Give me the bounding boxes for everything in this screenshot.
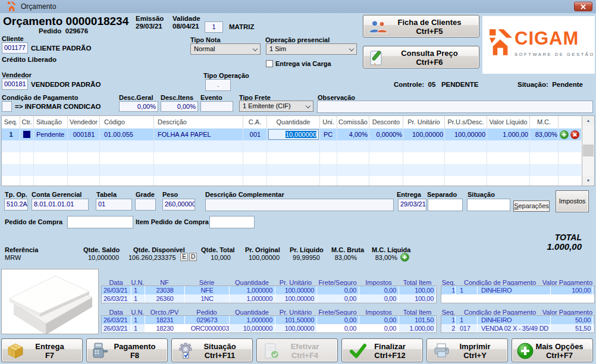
col-uni: Uni. <box>320 116 337 128</box>
vendedor-field[interactable]: 000181 <box>2 79 28 90</box>
chevron-down-icon <box>349 46 354 51</box>
delete-item-icon[interactable] <box>570 130 579 139</box>
finalizar-button[interactable]: FinalizarCtrl+F12 <box>341 338 423 362</box>
quantidade-selection: 10,000000 <box>286 131 316 138</box>
tp-op-label: Tp. Op. <box>5 191 27 198</box>
mc-bruta-value: 83,00% <box>330 254 357 261</box>
cigam-logo-slogan: SOFTWARE DE GESTÃO <box>515 52 595 57</box>
observacao-field[interactable] <box>317 101 593 113</box>
tipo-operacao-field[interactable]: . <box>205 79 231 91</box>
desc-itens-field[interactable]: 0,00% <box>161 101 198 112</box>
printer-icon <box>433 343 451 359</box>
scroll-thumb[interactable] <box>583 145 594 156</box>
cliente-field[interactable]: 001177 <box>2 42 28 54</box>
pgnf-row-1[interactable]: 1 1 DINHEIRO 100,00 <box>441 286 594 294</box>
quantidade-editor[interactable]: 10,000000 <box>268 129 319 140</box>
tipo-frete-select[interactable]: 1 Emitente (CIF) <box>239 101 313 112</box>
entrega-label: Entrega <box>397 191 421 198</box>
paper-ream-image <box>2 269 98 334</box>
nf-row-2[interactable]: 26/03/21 1 26360 1NC 1,000000 100,00000 … <box>102 294 436 303</box>
d-button[interactable]: D <box>189 253 197 261</box>
add-item-icon[interactable] <box>560 130 569 139</box>
efetivar-btn-label: Efetivar <box>272 342 337 351</box>
tp-op-field[interactable]: 510.2A <box>4 199 28 211</box>
pgnf-table: 1 1 DINHEIRO 100,00 <box>441 285 595 303</box>
scroll-down-icon[interactable]: ▼ <box>582 176 594 186</box>
scroll-up-icon[interactable]: ▲ <box>582 116 594 125</box>
imprimir-button[interactable]: ImprimirCtrl+Y <box>426 338 508 362</box>
cash-register-icon <box>92 342 109 360</box>
efetivar-button: EfetivarCtrl+F4 <box>256 338 338 362</box>
col-codigo: Código <box>100 116 154 128</box>
cigam-logo: CIGAM SOFTWARE DE GESTÃO <box>482 16 595 74</box>
app-icon <box>7 2 17 11</box>
check-icon <box>349 343 367 359</box>
qtde-disp-label: Qtde. Disponível <box>133 246 185 253</box>
item-pedido-field[interactable] <box>209 216 255 228</box>
orc-row-1[interactable]: 26/03/21 1 18231 029673 1,000000 101,500… <box>102 316 436 324</box>
pgorc-row-1[interactable]: 1 1 DINHEIRO 50,00 <box>441 316 594 324</box>
pedido-compra-field[interactable] <box>67 216 133 228</box>
mais-opcoes-button[interactable]: Mais OpçõesCtrl+F7 <box>512 338 593 362</box>
page-title: Orçamento 0000018234 <box>3 15 128 28</box>
grade-field[interactable] <box>135 199 156 211</box>
situacao-button[interactable]: SituaçãoCtrl+F11 <box>171 338 253 362</box>
tabela-field[interactable]: 01 <box>96 199 132 211</box>
col-ctr: Ctr. <box>20 116 34 128</box>
desc-geral-field[interactable]: 0,00% <box>119 101 158 112</box>
emissao-value: 29/03/21 <box>136 23 162 30</box>
item-descricao: FOLHA A4 PAPEL <box>154 128 243 140</box>
situacao-det-field[interactable] <box>467 199 510 211</box>
pr-liquido-label: Pr. Líquido <box>290 246 324 253</box>
orc-row-2[interactable]: 26/03/21 1 18230 ORC0000003 10,000000 10… <box>102 324 436 332</box>
item-valor-liquido: 1.000,00 <box>487 128 530 140</box>
tipo-frete-value: 1 Emitente (CIF) <box>243 102 291 109</box>
pgorc-row-2[interactable]: 2 017 VENDA 02 X - 35/49 DD 51,50 <box>441 324 594 332</box>
ficha-clientes-button[interactable]: Ficha de ClientesCtrl+F5 <box>363 15 479 37</box>
price-check-icon <box>369 50 386 66</box>
separacoes-button[interactable]: Separações <box>513 200 550 212</box>
item-vendedor: 000181 <box>68 128 100 140</box>
situacao-det-label: Situação <box>468 191 495 198</box>
operacao-select[interactable]: 1 Sim <box>266 43 357 55</box>
window-title: Orçamento <box>21 2 56 11</box>
controle-status: PENDENTE <box>441 81 479 88</box>
item-uni: PC <box>320 128 337 140</box>
evento-field[interactable] <box>200 101 233 112</box>
consulta-preco-button[interactable]: Consulta PreçoCtrl+F6 <box>363 46 479 68</box>
impostos-button[interactable]: Impostos <box>556 190 589 212</box>
grid-scrollbar[interactable]: ▲ ▼ <box>582 116 594 186</box>
nf-row-1[interactable]: 26/03/21 1 23038 NFE 1,000000 100,00000 … <box>102 286 436 294</box>
desc-compl-field[interactable] <box>205 199 394 211</box>
entrega-field[interactable]: 29/03/21 <box>398 199 426 211</box>
condicao-field[interactable] <box>2 101 12 112</box>
item-row-1[interactable]: 1 Pendente 000181 01.00.055 FOLHA A4 PAP… <box>2 128 581 140</box>
peso-field[interactable]: 260,00000 <box>162 199 195 211</box>
desc-geral-label: Desc.Geral <box>119 94 153 101</box>
total-value: 1.000,00 <box>463 241 582 252</box>
pagamento-button[interactable]: PagamentoF8 <box>86 338 168 362</box>
item-comissao: 4,00% <box>337 128 369 140</box>
grid-empty-row <box>2 140 581 152</box>
item-grid-header: Seq. Ctr. Situação Vendedor Código Descr… <box>2 116 581 128</box>
col-descricao: Descrição <box>154 116 243 128</box>
entrega-carga-checkbox[interactable] <box>266 60 273 67</box>
item-pedido-label: Item Pedido de Compra <box>136 218 209 225</box>
emissao-label: Emissão <box>136 15 164 22</box>
e-button[interactable]: E <box>180 253 188 261</box>
close-button[interactable] <box>574 2 592 11</box>
entrega-button[interactable]: EntregaF7 <box>1 338 83 362</box>
grid-empty-row <box>2 176 581 186</box>
conta-gerencial-field[interactable]: 8.01.01.01.01 <box>32 199 89 211</box>
gear-check-icon <box>178 342 195 360</box>
mc-liquida-value: 83,00% <box>371 254 397 261</box>
tipo-nota-select[interactable]: Normal <box>190 43 261 55</box>
separado-field[interactable] <box>428 199 463 211</box>
unidade-field[interactable]: 1 <box>205 21 223 33</box>
operacao-label: Operação presencial <box>265 36 330 43</box>
grid-empty-row <box>2 164 581 176</box>
mc-liquida-plus-icon[interactable] <box>400 253 409 262</box>
mais-opcoes-btn-shortcut: Ctrl+F7 <box>526 351 592 360</box>
tipo-operacao-label: Tipo Operação <box>203 72 249 79</box>
finalizar-btn-shortcut: Ctrl+F12 <box>357 351 422 360</box>
